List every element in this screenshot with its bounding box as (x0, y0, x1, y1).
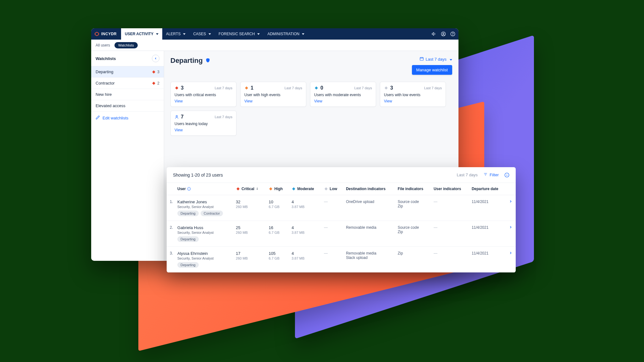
cell-destination: OneDrive upload (343, 195, 395, 221)
filter-icon (483, 172, 488, 178)
filter-label: Filter (490, 173, 499, 177)
col-file-indicators[interactable]: File indicators (395, 183, 430, 195)
sidebar-item-departing[interactable]: Departing 3 (91, 66, 164, 78)
card-range: Last 7 days (215, 115, 232, 119)
filter-button[interactable]: Filter (483, 172, 499, 178)
chip: Departing (177, 211, 199, 216)
nav-items: USER ACTIVITY ALERTS CASES FORENSIC SEAR… (121, 28, 308, 40)
table-row[interactable]: 1.Katherine JonesSecurity, Senior Analys… (167, 195, 516, 221)
diamond-low-icon (324, 187, 328, 191)
card-view-link[interactable]: View (384, 99, 442, 103)
cell-user: Alyssa EhrnsteinSecurity, Senior Analyst… (174, 247, 233, 272)
card-label: Users with moderate events (314, 93, 372, 97)
severity-icon (175, 115, 179, 119)
chevron-right-icon (509, 226, 513, 230)
sidebar-header: Watchlists (91, 51, 164, 66)
card-label: Users with low events (384, 93, 442, 97)
sidebar-item-contractor[interactable]: Contractor 2 (91, 78, 164, 89)
showing-label: Showing 1-20 of 23 users (173, 173, 223, 178)
user-name: Gabriela Huss (177, 225, 230, 230)
severity-icon (244, 86, 249, 90)
chip: Contractor (201, 211, 223, 216)
account-icon[interactable] (441, 31, 446, 36)
cell-moderate: 43.87 MB (288, 195, 321, 221)
chip: Departing (177, 262, 199, 268)
cell-user: Gabriela HussSecurity, Senior AnalystDep… (174, 221, 233, 247)
nav-administration[interactable]: ADMINISTRATION (264, 28, 308, 40)
user-role: Security, Senior Analyst (177, 231, 230, 234)
row-expand[interactable] (506, 195, 516, 221)
row-expand[interactable] (506, 221, 516, 247)
table-row[interactable]: 3.Alyssa EhrnsteinSecurity, Senior Analy… (167, 247, 516, 272)
card-view-link[interactable]: View (175, 99, 232, 103)
diamond-moderate-icon (291, 187, 296, 191)
file-item: Source code (398, 200, 427, 204)
sidebar-item-count: 3 (152, 70, 159, 74)
cell-departure: 11/4/2021 (469, 247, 506, 272)
row-expand[interactable] (506, 247, 516, 272)
cell-file-indicators: Source codeZip (395, 221, 430, 247)
svg-point-3 (452, 35, 453, 35)
sidebar-item-count: 2 (152, 81, 159, 85)
col-user[interactable]: User (174, 183, 233, 195)
sidebar: Watchlists Departing 3 Contractor (91, 51, 164, 261)
card-label: Users leaving today (175, 122, 232, 126)
file-item: Zip (398, 230, 427, 234)
brand-label: INCYDR (101, 32, 117, 36)
nav-cases[interactable]: CASES (189, 28, 215, 40)
card-value: 3 (390, 85, 393, 91)
info-icon (187, 187, 191, 191)
col-moderate[interactable]: Moderate (288, 183, 321, 195)
help-icon[interactable] (450, 31, 455, 36)
card-label: User with high events (244, 93, 302, 97)
sidebar-item-label: New hire (96, 92, 112, 97)
col-user-indicators[interactable]: User indicators (430, 183, 469, 195)
nav-alerts[interactable]: ALERTS (162, 28, 189, 40)
col-departure[interactable]: Departure date (469, 183, 506, 195)
card-view-link[interactable]: View (244, 99, 302, 103)
tab-watchlists[interactable]: Watchlists (114, 42, 138, 48)
card-view-link[interactable]: View (175, 128, 232, 132)
manage-watchlist-button[interactable]: Manage watchlist (412, 65, 452, 75)
subnav: All users Watchlists (91, 40, 458, 51)
row-index: 3. (167, 247, 174, 272)
edit-watchlists-link[interactable]: Edit watchlists (91, 112, 164, 124)
diamond-high-icon (269, 187, 273, 191)
table-row[interactable]: 2.Gabriela HussSecurity, Senior AnalystD… (167, 221, 516, 247)
col-critical[interactable]: Critical (233, 183, 265, 195)
nav-user-activity[interactable]: USER ACTIVITY (121, 28, 162, 40)
col-low[interactable]: Low (321, 183, 343, 195)
sidebar-collapse-button[interactable] (152, 55, 159, 62)
col-high[interactable]: High (265, 183, 288, 195)
users-table: User Critical (167, 183, 516, 272)
col-destination[interactable]: Destination indicators (343, 183, 395, 195)
nav-forensic-search[interactable]: FORENSIC SEARCH (215, 28, 264, 40)
cell-moderate: 43.87 MB (288, 247, 321, 272)
tab-all-users[interactable]: All users (96, 43, 110, 47)
date-range-picker[interactable]: Last 7 days (419, 57, 452, 62)
megaphone-icon[interactable] (431, 31, 436, 36)
svg-rect-17 (325, 187, 328, 190)
sidebar-item-elevated-access[interactable]: Elevated access (91, 100, 164, 112)
severity-icon (314, 86, 319, 90)
topnav: INCYDR USER ACTIVITY ALERTS CASES FORENS… (91, 28, 458, 40)
dest-item: Removable media (346, 225, 391, 230)
calendar-icon (419, 57, 424, 62)
cell-critical: 32260 MB (233, 195, 265, 221)
summary-card: 1Last 7 daysUser with high eventsView (240, 82, 306, 107)
sidebar-item-new-hire[interactable]: New hire (91, 89, 164, 100)
svg-rect-14 (236, 187, 240, 190)
summary-card: 7Last 7 daysUsers leaving todayView (170, 111, 236, 136)
svg-rect-5 (152, 82, 155, 85)
severity-icon (175, 86, 179, 90)
cell-file-indicators: Source codeZip (395, 195, 430, 221)
page-title: Departing (170, 57, 210, 65)
card-view-link[interactable]: View (314, 99, 372, 103)
brand: INCYDR (94, 31, 121, 36)
card-label: Users with critical events (175, 93, 232, 97)
cell-user-indicators: — (430, 195, 469, 221)
file-item: Zip (398, 204, 427, 208)
file-item: Zip (398, 251, 427, 255)
info-icon[interactable] (504, 173, 509, 178)
user-name: Katherine Jones (177, 200, 230, 204)
